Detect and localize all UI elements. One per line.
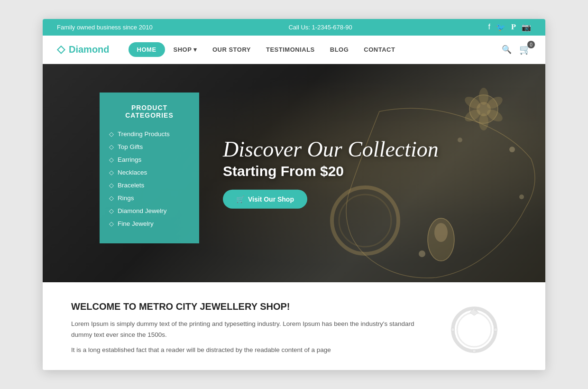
cat-diamond-icon-6: ◇ (109, 194, 114, 202)
nav-item-home[interactable]: HOME (129, 42, 165, 57)
cat-necklaces[interactable]: ◇ Necklaces (109, 166, 190, 179)
twitter-icon[interactable]: 🐦 (496, 23, 505, 32)
cat-trending[interactable]: ◇ Trending Products (109, 128, 190, 140)
cat-diamond-icon-8: ◇ (109, 220, 114, 227)
cat-label-3: Earrings (118, 156, 141, 163)
welcome-title: WELCOME TO METRO CITY JEWELLERY SHOP! (71, 301, 417, 312)
cat-label-4: Necklaces (118, 169, 147, 176)
cat-diamond-icon-5: ◇ (109, 182, 114, 189)
nav-bar: ◇ Diamond HOME SHOP ▾ OUR STORY TESTIMON… (43, 36, 545, 64)
welcome-section: WELCOME TO METRO CITY JEWELLERY SHOP! Lo… (43, 282, 545, 370)
welcome-para1: Lorem Ipsum is simply dummy text of the … (71, 319, 417, 341)
cat-diamond-icon-2: ◇ (109, 143, 114, 150)
cat-label-6: Rings (118, 194, 134, 202)
logo-name: Diamond (69, 44, 110, 55)
nav-right: 🔍 🛒 0 (502, 44, 531, 55)
svg-point-12 (509, 147, 515, 152)
svg-point-1 (434, 223, 448, 242)
cart-badge: 0 (527, 41, 535, 48)
cart-icon-hero: 🛒 (236, 195, 244, 203)
browser-window: Family owned business since 2010 Call Us… (43, 19, 545, 370)
welcome-image (432, 301, 517, 358)
nav-item-blog[interactable]: BLOG (323, 42, 356, 57)
nav-links: HOME SHOP ▾ OUR STORY TESTIMONIALS BLOG … (129, 42, 502, 57)
nav-item-shop[interactable]: SHOP ▾ (167, 42, 204, 57)
svg-point-22 (472, 349, 476, 353)
hero-text: Discover Our Collection Starting From $2… (223, 137, 439, 209)
cat-diamond-icon-4: ◇ (109, 169, 114, 176)
cat-diamond-jewelry[interactable]: ◇ Diamond Jewelry (109, 204, 190, 217)
svg-point-7 (479, 113, 488, 130)
visit-shop-button[interactable]: 🛒 Visit Our Shop (223, 190, 307, 209)
svg-point-21 (451, 328, 455, 332)
svg-point-13 (519, 194, 524, 199)
cat-diamond-icon-3: ◇ (109, 156, 114, 163)
nav-item-our-story[interactable]: OUR STORY (206, 42, 257, 57)
cat-bracelets[interactable]: ◇ Bracelets (109, 179, 190, 192)
ring-decoration (436, 301, 512, 358)
instagram-icon[interactable]: 📷 (522, 23, 531, 32)
cat-label-1: Trending Products (118, 130, 170, 138)
cat-label-2: Top Gifts (118, 143, 143, 150)
cat-label-8: Fine Jewelry (118, 220, 154, 227)
svg-point-4 (479, 88, 488, 105)
svg-point-20 (494, 328, 497, 332)
logo[interactable]: ◇ Diamond (57, 43, 110, 56)
cart-button[interactable]: 🛒 0 (519, 44, 531, 55)
svg-point-14 (458, 138, 462, 142)
cat-gifts[interactable]: ◇ Top Gifts (109, 140, 190, 153)
hero-starting-text: Starting From $20 (223, 163, 439, 179)
welcome-para2: It is a long established fact that a rea… (71, 345, 417, 356)
top-bar: Family owned business since 2010 Call Us… (43, 19, 545, 36)
visit-shop-label: Visit Our Shop (248, 195, 294, 203)
top-bar-phone: Call Us: 1-2345-678-90 (288, 24, 352, 31)
cat-label-5: Bracelets (118, 182, 144, 189)
cat-fine-jewelry[interactable]: ◇ Fine Jewelry (109, 217, 190, 230)
cat-rings[interactable]: ◇ Rings (109, 192, 190, 204)
logo-icon: ◇ (57, 43, 65, 56)
facebook-icon[interactable]: f (488, 23, 490, 32)
shop-chevron-icon: ▾ (193, 46, 197, 53)
svg-point-17 (457, 313, 491, 347)
product-categories: PRODUCT CATEGORIES ◇ Trending Products ◇… (100, 93, 199, 243)
welcome-text: WELCOME TO METRO CITY JEWELLERY SHOP! Lo… (71, 301, 417, 361)
cat-diamond-icon-7: ◇ (109, 207, 114, 214)
nav-item-testimonials[interactable]: TESTIMONIALS (259, 42, 322, 57)
categories-title: PRODUCT CATEGORIES (109, 104, 190, 119)
hero-section: PRODUCT CATEGORIES ◇ Trending Products ◇… (43, 64, 545, 282)
cat-earrings[interactable]: ◇ Earrings (109, 153, 190, 166)
social-links: f 🐦 𝐏 📷 (488, 23, 531, 32)
hero-discover-text: Discover Our Collection (223, 137, 439, 161)
pinterest-icon[interactable]: 𝐏 (511, 23, 516, 32)
cat-label-7: Diamond Jewelry (118, 207, 167, 214)
cat-diamond-icon-1: ◇ (109, 130, 114, 138)
svg-point-15 (419, 250, 425, 257)
nav-item-contact[interactable]: CONTACT (357, 42, 402, 57)
search-button[interactable]: 🔍 (502, 45, 512, 55)
top-bar-left-text: Family owned business since 2010 (57, 24, 153, 31)
